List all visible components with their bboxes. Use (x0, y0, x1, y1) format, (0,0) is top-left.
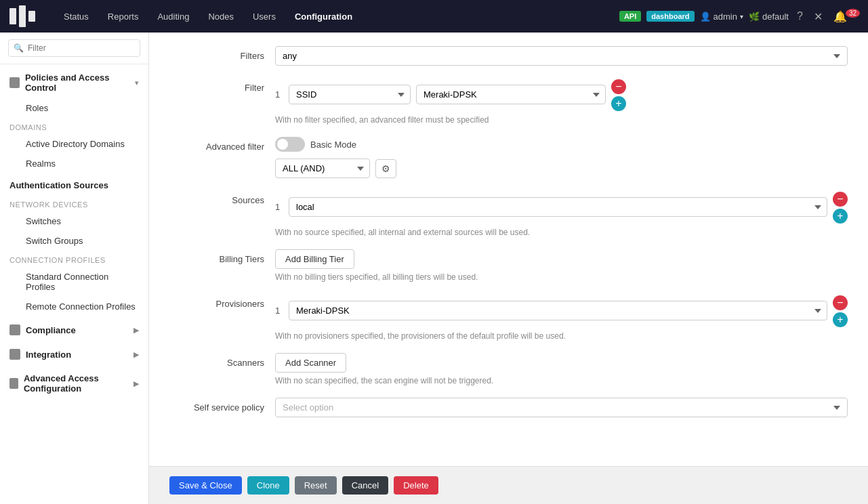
provisioner-hint: With no provisioners specified, the prov… (275, 331, 848, 341)
sidebar-item-auth-sources[interactable]: Authentication Sources (0, 173, 148, 195)
sidebar-item-switch-groups[interactable]: Switch Groups (0, 231, 148, 251)
svg-rect-0 (9, 8, 16, 24)
nav-reports[interactable]: Reports (98, 0, 148, 33)
filters-select[interactable]: any (275, 46, 848, 66)
nav-auditing[interactable]: Auditing (148, 0, 199, 33)
cancel-button[interactable]: Cancel (342, 476, 388, 495)
source-add-button[interactable]: + (833, 209, 848, 224)
provisioners-label: Provisioners (169, 294, 264, 309)
scanners-content: Add Scanner With no scan specified, the … (275, 353, 848, 385)
nav-users[interactable]: Users (243, 0, 285, 33)
scanners-label: Scanners (169, 353, 264, 368)
advanced-filter-label: Advanced filter (169, 137, 264, 152)
self-service-content: Select option (275, 398, 848, 417)
billing-tiers-content: Add Billing Tier With no billing tiers s… (275, 249, 848, 282)
action-bar: Save & Close Clone Reset Cancel Delete (149, 466, 868, 504)
policies-chevron: ▾ (135, 79, 139, 87)
sidebar-section-domains: Domains Active Directory Domains Realms (0, 118, 148, 173)
api-badge[interactable]: API (619, 11, 641, 22)
source-num: 1 (275, 202, 283, 212)
sidebar-item-switches[interactable]: Switches (0, 211, 148, 231)
sidebar-filter-area: 🔍 (0, 33, 148, 64)
filter-remove-button[interactable]: − (611, 79, 626, 94)
tenant-label: default (762, 12, 789, 22)
scanner-hint: With no scan specified, the scan engine … (275, 376, 848, 385)
scanners-row: Scanners Add Scanner With no scan specif… (169, 353, 848, 385)
tenant-menu[interactable]: 🌿 default (749, 12, 789, 22)
nav-configuration[interactable]: Configuration (285, 0, 362, 33)
self-service-select[interactable]: Select option (275, 398, 848, 417)
source-remove-button[interactable]: − (833, 192, 848, 207)
compliance-text: Compliance (26, 325, 76, 335)
close-icon[interactable]: ✕ (811, 10, 825, 23)
provisioner-select[interactable]: Meraki-DPSK Other (289, 301, 827, 320)
nav-status[interactable]: Status (54, 0, 98, 33)
layout: 🔍 Policies and Access Control ▾ Roles Do… (0, 33, 868, 504)
user-menu[interactable]: 👤 admin ▾ (700, 12, 743, 22)
sidebar-item-roles[interactable]: Roles (0, 98, 148, 118)
filter-row: Filter 1 SSID Connection Type VLAN Merak… (169, 78, 848, 125)
toggle-wrap: Basic Mode (275, 137, 848, 152)
advanced-icon (9, 378, 18, 389)
search-icon: 🔍 (14, 43, 24, 53)
svg-rect-1 (19, 5, 26, 27)
sidebar-filter-input[interactable] (8, 39, 140, 57)
policies-label: Policies and Access Control (9, 72, 135, 93)
filter-content: 1 SSID Connection Type VLAN Meraki-DPSK … (275, 78, 848, 125)
sidebar: 🔍 Policies and Access Control ▾ Roles Do… (0, 33, 149, 504)
toggle-mode-label: Basic Mode (310, 140, 356, 150)
notif-count: 32 (846, 9, 860, 18)
sidebar-section-auth: Authentication Sources (0, 173, 148, 195)
delete-button[interactable]: Delete (394, 476, 438, 495)
provisioner-circle-buttons: − + (833, 295, 848, 327)
sidebar-item-ad-domains[interactable]: Active Directory Domains (0, 134, 148, 154)
filter-add-button[interactable]: + (611, 96, 626, 111)
notifications[interactable]: 🔔 32 (831, 10, 860, 23)
source-select[interactable]: local external all (289, 197, 827, 217)
save-close-button[interactable]: Save & Close (169, 476, 242, 495)
logo[interactable] (8, 4, 41, 28)
toggle-slider (275, 137, 305, 152)
sidebar-item-realms[interactable]: Realms (0, 154, 148, 173)
sidebar-group-integration[interactable]: Integration ▶ (0, 341, 148, 365)
clone-button[interactable]: Clone (247, 476, 289, 495)
gear-button[interactable]: ⚙ (375, 159, 396, 178)
advanced-chevron: ▶ (133, 379, 139, 388)
sources-content: 1 local external all − + With no source … (275, 190, 848, 237)
billing-tiers-label: Billing Tiers (169, 249, 264, 264)
svg-rect-2 (28, 11, 35, 22)
sidebar-item-remote-cp[interactable]: Remote Connection Profiles (0, 297, 148, 316)
provisioner-add-button[interactable]: + (833, 312, 848, 327)
sidebar-group-compliance[interactable]: Compliance ▶ (0, 316, 148, 341)
source-line: 1 local external all − + (275, 190, 848, 224)
sources-label: Sources (169, 190, 264, 205)
provisioner-remove-button[interactable]: − (833, 295, 848, 310)
integration-icon (9, 349, 20, 360)
add-billing-tier-button[interactable]: Add Billing Tier (275, 249, 354, 269)
sidebar-item-standard-cp[interactable]: Standard Connection Profiles (0, 267, 148, 297)
filter-type-select[interactable]: SSID Connection Type VLAN (289, 85, 411, 104)
filter-value-select[interactable]: Meraki-DPSK Other (416, 85, 606, 104)
help-icon[interactable]: ? (794, 10, 806, 22)
source-circle-buttons: − + (833, 192, 848, 224)
topnav-right: API dashboard 👤 admin ▾ 🌿 default ? ✕ 🔔 … (619, 10, 860, 23)
filters-row: Filters any (169, 46, 848, 66)
sidebar-group-policies[interactable]: Policies and Access Control ▾ (0, 64, 148, 98)
filters-content: any (275, 46, 848, 66)
advanced-label: Advanced Access Configuration (9, 373, 133, 394)
reset-button[interactable]: Reset (295, 476, 337, 495)
sidebar-group-advanced[interactable]: Advanced Access Configuration ▶ (0, 365, 148, 399)
integration-label: Integration (9, 349, 71, 360)
filter-label: Filter (169, 78, 264, 93)
nav-nodes[interactable]: Nodes (199, 0, 243, 33)
policy-icon (9, 77, 20, 88)
and-select[interactable]: ALL (AND) ANY (OR) (275, 159, 370, 178)
sidebar-section-conn-profiles: Connection Profiles Standard Connection … (0, 251, 148, 316)
sidebar-section-integration: Integration ▶ (0, 341, 148, 365)
and-row: ALL (AND) ANY (OR) ⚙ (275, 159, 848, 178)
domains-header: Domains (0, 118, 148, 134)
advanced-text: Advanced Access Configuration (24, 373, 133, 394)
advanced-filter-toggle[interactable] (275, 137, 305, 152)
dashboard-badge[interactable]: dashboard (646, 11, 694, 22)
add-scanner-button[interactable]: Add Scanner (275, 353, 346, 373)
